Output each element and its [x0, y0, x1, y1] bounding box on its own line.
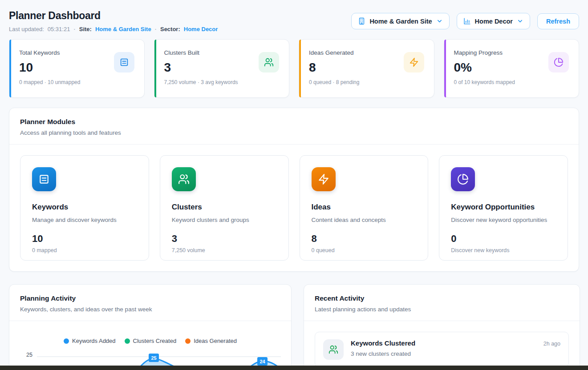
recent-activity-list: Keywords Clustered 2h ago 3 new clusters…	[304, 321, 580, 370]
legend-ideas-generated[interactable]: Ideas Generated	[185, 338, 237, 344]
meta-separator: ·	[73, 26, 75, 32]
bottom-row: Planning Activity Keywords, clusters, an…	[9, 284, 579, 370]
header-text-block: Planner Dashboard Last updated: 05:31:21…	[9, 10, 218, 32]
module-description: Manage and discover keywords	[32, 217, 137, 223]
module-title: Clusters	[172, 203, 277, 212]
sector-select-dropdown[interactable]: Home Decor	[457, 13, 530, 29]
file-text-icon	[114, 52, 134, 72]
point-label-24: 24	[257, 357, 268, 366]
legend-label: Clusters Created	[133, 338, 177, 344]
users-icon	[172, 167, 196, 191]
site-link[interactable]: Home & Garden Site	[95, 26, 151, 32]
module-title: Ideas	[312, 203, 417, 212]
taskbar-strip	[0, 366, 588, 370]
page-header: Planner Dashboard Last updated: 05:31:21…	[9, 0, 579, 32]
planning-activity-panel: Planning Activity Keywords, clusters, an…	[9, 284, 292, 370]
recent-activity-title: Recent Activity	[315, 294, 569, 302]
sector-label: Sector:	[160, 26, 180, 32]
meta-separator: ·	[155, 26, 157, 32]
activity-item-content: Keywords Clustered 2h ago 3 new clusters…	[351, 339, 560, 357]
module-description: Keyword clusters and groups	[172, 217, 277, 223]
module-title: Keyword Opportunities	[451, 203, 556, 212]
sector-link[interactable]: Home Decor	[184, 26, 218, 32]
modules-panel-header: Planner Modules Access all planning tool…	[9, 108, 579, 145]
page-title: Planner Dashboard	[9, 10, 218, 22]
stat-subtext: 0 queued · 8 pending	[309, 79, 359, 85]
module-card-clusters[interactable]: Clusters Keyword clusters and groups 3 7…	[160, 155, 289, 261]
chevron-down-icon	[436, 18, 443, 24]
activity-item-keywords-clustered[interactable]: Keywords Clustered 2h ago 3 new clusters…	[315, 332, 569, 367]
point-label-25: 25	[149, 354, 159, 362]
last-updated-value: 05:31:21	[48, 26, 70, 32]
stat-value: 8	[309, 60, 359, 75]
legend-label: Keywords Added	[72, 338, 116, 344]
zap-icon	[312, 167, 336, 191]
modules-panel-subtitle: Access all planning tools and features	[20, 129, 568, 136]
sector-select-label: Home Decor	[475, 18, 513, 25]
pie-chart-icon	[548, 52, 569, 72]
site-select-dropdown[interactable]: Home & Garden Site	[351, 13, 449, 29]
module-card-ideas[interactable]: Ideas Content ideas and concepts 8 0 que…	[300, 155, 429, 261]
stat-subtext: 0 mapped · 10 unmapped	[19, 79, 80, 85]
module-subtext: Discover new keywords	[451, 247, 556, 253]
planning-activity-subtitle: Keywords, clusters, and ideas over the p…	[20, 306, 280, 313]
legend-label: Ideas Generated	[194, 338, 237, 344]
module-value: 3	[172, 233, 277, 245]
last-updated-label: Last updated:	[9, 26, 44, 32]
users-icon	[259, 52, 279, 72]
activity-chart: Keywords Added Clusters Created Ideas Ge…	[9, 321, 291, 370]
module-description: Content ideas and concepts	[312, 217, 417, 223]
activity-item-title: Keywords Clustered	[351, 339, 415, 347]
stat-text: Ideas Generated 8 0 queued · 8 pending	[309, 49, 359, 97]
planner-modules-panel: Planner Modules Access all planning tool…	[9, 108, 579, 272]
svg-text:25: 25	[151, 355, 156, 361]
modules-panel-title: Planner Modules	[20, 118, 568, 126]
module-title: Keywords	[32, 203, 137, 212]
module-card-keywords[interactable]: Keywords Manage and discover keywords 10…	[20, 155, 149, 261]
chart-legend: Keywords Added Clusters Created Ideas Ge…	[20, 338, 280, 344]
module-subtext: 0 queued	[312, 247, 417, 253]
legend-dot-orange	[185, 338, 191, 344]
stat-card-total-keywords[interactable]: Total Keywords 10 0 mapped · 10 unmapped	[9, 39, 145, 98]
module-subtext: 7,250 volume	[172, 247, 277, 253]
legend-keywords-added[interactable]: Keywords Added	[64, 338, 116, 344]
stat-subtext: 0 of 10 keywords mapped	[454, 79, 515, 85]
module-description: Discover new keyword opportunities	[451, 217, 556, 223]
building-icon	[358, 17, 365, 25]
site-select-label: Home & Garden Site	[369, 18, 432, 25]
stat-card-ideas-generated[interactable]: Ideas Generated 8 0 queued · 8 pending	[299, 39, 434, 98]
recent-activity-header: Recent Activity Latest planning actions …	[304, 285, 580, 321]
stat-subtext: 7,250 volume · 3 avg keywords	[164, 79, 238, 85]
modules-grid: Keywords Manage and discover keywords 10…	[9, 145, 579, 271]
file-text-icon	[32, 167, 56, 191]
stat-text: Clusters Built 3 7,250 volume · 3 avg ke…	[164, 49, 238, 97]
stat-title: Total Keywords	[19, 49, 80, 56]
stat-title: Ideas Generated	[309, 49, 359, 56]
recent-activity-subtitle: Latest planning actions and updates	[315, 306, 569, 313]
page-meta: Last updated: 05:31:21 · Site: Home & Ga…	[9, 26, 218, 32]
legend-clusters-created[interactable]: Clusters Created	[125, 338, 177, 344]
module-value: 0	[451, 233, 556, 245]
header-controls: Home & Garden Site Home Decor Refresh	[351, 13, 579, 29]
stat-title: Mapping Progress	[454, 49, 515, 56]
activity-item-description: 3 new clusters created	[351, 350, 560, 357]
stat-card-mapping-progress[interactable]: Mapping Progress 0% 0 of 10 keywords map…	[444, 39, 580, 98]
stat-text: Total Keywords 10 0 mapped · 10 unmapped	[19, 49, 80, 97]
stats-row: Total Keywords 10 0 mapped · 10 unmapped…	[9, 39, 579, 98]
legend-dot-blue	[64, 338, 69, 344]
refresh-button[interactable]: Refresh	[537, 13, 579, 29]
module-value: 10	[32, 233, 137, 245]
stat-text: Mapping Progress 0% 0 of 10 keywords map…	[454, 49, 515, 97]
site-label: Site:	[79, 26, 92, 32]
planning-activity-header: Planning Activity Keywords, clusters, an…	[9, 285, 291, 321]
planner-dashboard-page: Planner Dashboard Last updated: 05:31:21…	[0, 0, 588, 370]
stat-card-clusters-built[interactable]: Clusters Built 3 7,250 volume · 3 avg ke…	[154, 39, 290, 98]
module-card-keyword-opportunities[interactable]: Keyword Opportunities Discover new keywo…	[439, 155, 568, 261]
stat-value: 10	[19, 60, 80, 75]
module-subtext: 0 mapped	[32, 247, 137, 253]
users-icon	[323, 339, 344, 360]
pie-chart-icon	[451, 167, 475, 191]
zap-icon	[404, 52, 424, 72]
planning-activity-title: Planning Activity	[20, 294, 280, 302]
module-value: 8	[312, 233, 417, 245]
